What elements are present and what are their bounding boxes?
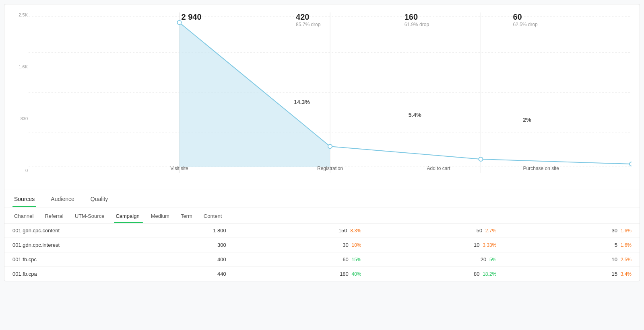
subtab-content[interactable]: Content [202, 207, 229, 223]
subtab-medium[interactable]: Medium [149, 207, 176, 223]
svg-marker-8 [180, 23, 330, 167]
tab-quality[interactable]: Quality [89, 189, 116, 207]
table-row: 001.fb.cpa 440 180 40% 80 18.2% 15 3.4% [4, 267, 640, 281]
chart-inner: 2 940 420 85.7% drop 160 61.9% drop 60 6… [29, 12, 632, 173]
row4-name: 001.fb.cpa [4, 267, 153, 281]
row2-reg: 30 10% [234, 238, 369, 252]
row3-visits: 400 [153, 252, 234, 267]
row4-reg: 180 40% [234, 267, 369, 281]
row2-purchase: 5 1.6% [504, 238, 640, 252]
subtab-referral[interactable]: Referral [43, 207, 70, 223]
purchase-count: 60 [513, 12, 537, 22]
row4-purchase: 15 3.4% [504, 267, 640, 281]
funnel-chart: 2.5K 1.6K 830 0 [4, 4, 640, 189]
stage-header-cart: 160 61.9% drop [405, 12, 429, 27]
subtab-term[interactable]: Term [179, 207, 199, 223]
row2-name: 001.gdn.cpc.interest [4, 238, 153, 252]
row2-visits: 300 [153, 238, 234, 252]
row4-cart: 80 18.2% [369, 267, 504, 281]
tab-audience[interactable]: Audience [49, 189, 82, 207]
stage-label-purchase: Purchase on site [523, 165, 559, 171]
cart-count: 160 [405, 12, 429, 22]
row3-cart: 20 5% [369, 252, 504, 267]
stage-label-reg: Registration [317, 165, 343, 171]
svg-point-11 [479, 157, 483, 161]
table-row: 001.gdn.cpc.content 1 800 150 8.3% 50 2.… [4, 223, 640, 238]
stage-label-visit: Visit site [170, 165, 188, 171]
svg-point-10 [328, 144, 332, 148]
y-label-830: 830 [21, 116, 28, 121]
row1-cart: 50 2.7% [369, 223, 504, 238]
svg-point-9 [177, 20, 181, 25]
visit-count: 2 940 [181, 12, 201, 22]
row1-visits: 1 800 [153, 223, 234, 238]
row1-reg: 150 8.3% [234, 223, 369, 238]
y-label-1600: 1.6K [19, 64, 28, 69]
table-row: 001.gdn.cpc.interest 300 30 10% 10 3.33%… [4, 238, 640, 252]
stage-header-reg: 420 85.7% drop [296, 12, 320, 27]
svg-point-12 [630, 162, 632, 166]
reg-count: 420 [296, 12, 320, 22]
row1-purchase: 30 1.6% [504, 223, 640, 238]
stage-header-purchase: 60 62.5% drop [513, 12, 537, 27]
cart-drop: 61.9% drop [405, 22, 429, 27]
y-axis: 2.5K 1.6K 830 0 [8, 12, 28, 173]
row3-reg: 60 15% [234, 252, 369, 267]
row1-name: 001.gdn.cpc.content [4, 223, 153, 238]
subtab-channel[interactable]: Channel [12, 207, 40, 223]
main-container: 2.5K 1.6K 830 0 [4, 4, 640, 281]
subtab-campaign[interactable]: Campaign [114, 207, 146, 223]
row4-visits: 440 [153, 267, 234, 281]
tab-sources[interactable]: Sources [12, 189, 43, 207]
funnel-svg [29, 12, 632, 173]
purchase-drop: 62.5% drop [513, 22, 537, 27]
reg-drop: 85.7% drop [296, 22, 320, 27]
stage-label-cart: Add to cart [427, 165, 450, 171]
y-label-2500: 2.5K [19, 12, 28, 17]
sub-tabs: Channel Referral UTM-Source Campaign Med… [4, 207, 640, 223]
table-row: 001.fb.cpc 400 60 15% 20 5% 10 2.5% [4, 252, 640, 267]
stage-header-visit: 2 940 [181, 12, 201, 22]
row2-cart: 10 3.33% [369, 238, 504, 252]
y-label-0: 0 [25, 168, 28, 173]
row3-name: 001.fb.cpc [4, 252, 153, 267]
data-table: 001.gdn.cpc.content 1 800 150 8.3% 50 2.… [4, 223, 640, 281]
subtab-utm-source[interactable]: UTM-Source [73, 207, 111, 223]
row3-purchase: 10 2.5% [504, 252, 640, 267]
main-tabs: Sources Audience Quality [4, 189, 640, 207]
